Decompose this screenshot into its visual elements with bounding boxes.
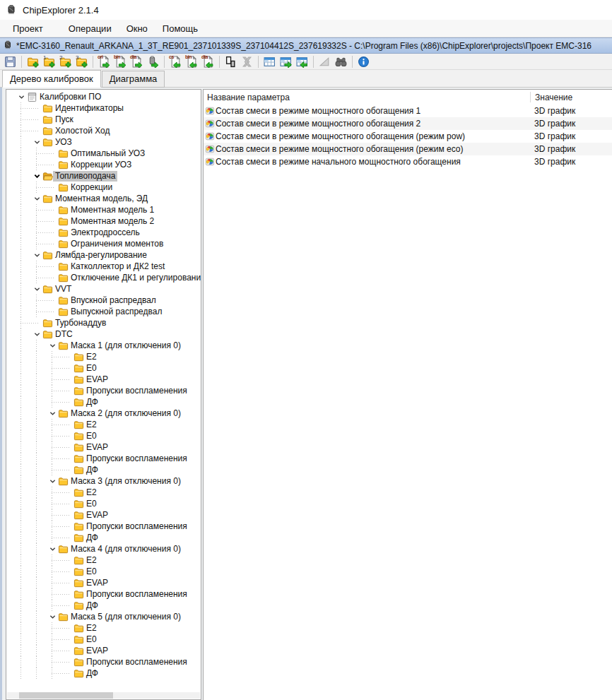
table-view-button[interactable] [262, 54, 277, 69]
add-folder-button[interactable] [25, 54, 40, 69]
tree-item[interactable]: Калибровки ПО [6, 91, 201, 102]
tree-item[interactable]: Отключение ДК1 и регулировани [6, 272, 201, 283]
tree-item[interactable]: E2 [6, 419, 201, 430]
tree-item[interactable]: Оптимальный УОЗ [6, 148, 201, 159]
tree-item[interactable]: Моментная модель 1 [6, 204, 201, 215]
tree-item[interactable]: Коррекции [6, 182, 201, 193]
tree-item[interactable]: Коррекции УОЗ [6, 159, 201, 170]
tree-item[interactable]: Маска 2 (для отключения 0) [6, 408, 201, 419]
chevron-down-icon[interactable] [32, 284, 42, 294]
menu-item-3[interactable]: Окно [122, 21, 152, 36]
tree-item[interactable]: E0 [6, 430, 201, 441]
tree-item[interactable]: Выпускной распредвал [6, 306, 201, 317]
tree-item[interactable]: E0 [6, 498, 201, 509]
export-device-button[interactable] [146, 54, 160, 69]
menu-item-2[interactable]: Операции [64, 21, 116, 36]
tree-item[interactable]: Моментная модель 2 [6, 215, 201, 227]
search-button[interactable] [334, 54, 348, 69]
tree-item[interactable]: EVAP [6, 441, 201, 453]
menu-item-4[interactable]: Помощь [158, 21, 202, 36]
chevron-down-icon[interactable] [47, 476, 57, 486]
tree-item[interactable]: Лямбда-регулирование [6, 249, 201, 261]
chevron-down-icon[interactable] [16, 92, 26, 102]
chevron-down-icon[interactable] [47, 544, 57, 554]
column-header-name[interactable]: Название параметра [204, 93, 530, 102]
tree-item[interactable]: Маска 3 (для отключения 0) [6, 475, 201, 487]
tree-item[interactable]: Маска 5 (для отключения 0) [6, 611, 201, 622]
tree-item[interactable]: DTC [6, 328, 201, 340]
parameter-row[interactable]: Состав смеси в режиме мощностного обогащ… [204, 130, 612, 143]
info-button[interactable] [356, 54, 371, 69]
tree-item[interactable]: ДФ [6, 600, 201, 611]
tree-item[interactable]: ДФ [6, 396, 201, 408]
tab-diagram[interactable]: Диаграмма [102, 71, 165, 88]
tree-item[interactable]: Пропуски воспламенения [6, 656, 201, 668]
save-button[interactable] [3, 54, 18, 69]
add-folder-3-button[interactable]: 3 [74, 54, 89, 69]
menu-item-1[interactable]: Проект [8, 21, 47, 36]
chart-button[interactable] [317, 54, 332, 69]
table-export-button[interactable] [278, 54, 293, 69]
merge-chips-button[interactable] [240, 54, 254, 69]
tree-item[interactable]: Пропуски воспламенения [6, 385, 201, 396]
add-folder-1-button[interactable]: 1 [42, 54, 57, 69]
parameter-row[interactable]: Состав смеси в режиме мощностного обогащ… [204, 117, 612, 130]
parameter-row[interactable]: Состав смеси в режиме мощностного обогащ… [204, 105, 612, 117]
tree-item[interactable]: Турбонаддув [6, 317, 201, 328]
chevron-down-icon[interactable] [47, 408, 57, 418]
tree-item[interactable]: ДФ [6, 464, 201, 475]
compare-chips-button[interactable] [223, 54, 238, 69]
tree-item[interactable]: ДФ [6, 668, 201, 679]
tree-item[interactable]: Катколлектор и ДК2 test [6, 261, 201, 272]
tree-item[interactable]: Впускной распредвал [6, 295, 201, 306]
export-dta-button[interactable]: dta [129, 54, 144, 69]
tree-item[interactable]: Электродроссель [6, 227, 201, 238]
tree-item[interactable]: EVAP [6, 577, 201, 588]
import-dta-button[interactable]: dta [201, 54, 216, 69]
tree-item[interactable]: Пуск [6, 114, 201, 125]
chevron-down-icon[interactable] [32, 250, 42, 260]
tree-item[interactable]: Идентификаторы [6, 102, 201, 114]
tree-item[interactable]: Пропуски воспламенения [6, 521, 201, 532]
tree-item[interactable]: E0 [6, 362, 201, 374]
tree-item[interactable]: УОЗ [6, 136, 201, 148]
tree-item[interactable]: EVAP [6, 509, 201, 521]
tree-item[interactable]: Холостой Ход [6, 125, 201, 136]
table-import-button[interactable] [295, 54, 310, 69]
tree-item[interactable]: VVT [6, 283, 201, 295]
chevron-down-icon[interactable] [47, 612, 57, 622]
tree-item[interactable]: Маска 4 (для отключения 0) [6, 543, 201, 554]
tree-item[interactable]: E2 [6, 622, 201, 634]
export-ori-button[interactable]: ori [97, 54, 112, 69]
tree-horizontal-scrollbar[interactable] [7, 692, 200, 699]
export-bin-button[interactable]: bin [113, 54, 128, 69]
tree-item[interactable]: E2 [6, 487, 201, 498]
tree-item[interactable]: E2 [6, 554, 201, 566]
column-header-value[interactable]: Значение [530, 92, 612, 102]
tree-item[interactable]: Маска 1 (для отключения 0) [6, 340, 201, 351]
tree-item[interactable]: EVAP [6, 645, 201, 656]
scrollbar-thumb[interactable] [19, 692, 113, 699]
tree-item[interactable]: E0 [6, 634, 201, 645]
tree-item[interactable]: Пропуски воспламенения [6, 453, 201, 464]
chevron-down-icon[interactable] [32, 194, 42, 203]
tree-item[interactable]: E0 [6, 566, 201, 577]
folder-icon [57, 340, 69, 350]
tree-item[interactable]: EVAP [6, 374, 201, 385]
chevron-down-icon[interactable] [32, 329, 42, 339]
tree-item[interactable]: Моментная модель, ЭД [6, 193, 201, 204]
tree-item[interactable]: Топливоподача [6, 170, 201, 182]
chevron-down-icon[interactable] [47, 340, 57, 350]
chevron-down-icon[interactable] [32, 137, 42, 147]
parameter-row[interactable]: Состав смеси в режиме начального мощност… [204, 155, 612, 168]
tree-item[interactable]: E2 [6, 351, 201, 362]
import-bin-button[interactable]: bin [184, 54, 199, 69]
tab-calibration-tree[interactable]: Дерево калибровок [2, 70, 101, 88]
tree-item[interactable]: ДФ [6, 532, 201, 543]
tree-item[interactable]: Ограничения моментов [6, 238, 201, 249]
tree-item[interactable]: Пропуски воспламенения [6, 588, 201, 600]
chevron-down-icon[interactable] [32, 171, 42, 181]
parameter-row[interactable]: Состав смеси в режиме мощностного обогащ… [204, 143, 612, 155]
import-cs-button[interactable]: cs [168, 54, 183, 69]
add-folder-2-button[interactable]: 2 [58, 54, 73, 69]
